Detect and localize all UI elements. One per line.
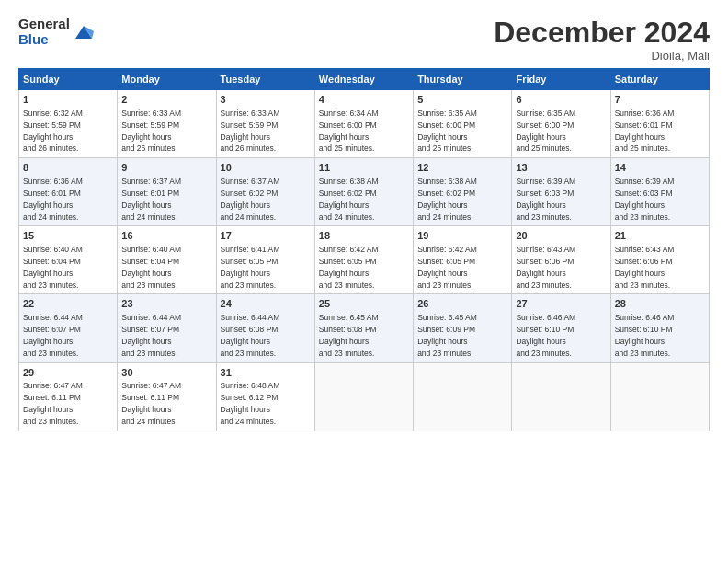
day-number: 27 <box>516 297 606 311</box>
day-number: 13 <box>516 161 606 175</box>
table-row: 30Sunrise: 6:47 AMSunset: 6:11 PMDayligh… <box>118 362 216 431</box>
day-content: Sunrise: 6:43 AMSunset: 6:06 PMDaylight … <box>615 245 675 289</box>
day-content: Sunrise: 6:40 AMSunset: 6:04 PMDaylight … <box>121 245 181 289</box>
day-number: 31 <box>221 366 311 380</box>
table-row: 13Sunrise: 6:39 AMSunset: 6:03 PMDayligh… <box>512 158 610 226</box>
table-row: 9Sunrise: 6:37 AMSunset: 6:01 PMDaylight… <box>118 158 216 226</box>
day-content: Sunrise: 6:36 AMSunset: 6:01 PMDaylight … <box>23 177 83 221</box>
day-content: Sunrise: 6:45 AMSunset: 6:08 PMDaylight … <box>319 313 379 357</box>
day-content: Sunrise: 6:35 AMSunset: 6:00 PMDaylight … <box>516 109 575 153</box>
table-row: 18Sunrise: 6:42 AMSunset: 6:05 PMDayligh… <box>314 226 413 294</box>
day-number: 29 <box>23 366 113 380</box>
col-thursday: Thursday <box>414 69 512 90</box>
table-row <box>610 362 709 431</box>
calendar-table: Sunday Monday Tuesday Wednesday Thursday… <box>18 68 710 431</box>
day-number: 25 <box>319 297 409 311</box>
day-content: Sunrise: 6:45 AMSunset: 6:09 PMDaylight … <box>417 313 477 357</box>
day-number: 12 <box>417 161 507 175</box>
day-number: 5 <box>417 93 507 107</box>
table-row: 11Sunrise: 6:38 AMSunset: 6:02 PMDayligh… <box>314 158 413 226</box>
day-number: 8 <box>23 161 113 175</box>
day-content: Sunrise: 6:37 AMSunset: 6:01 PMDaylight … <box>121 177 181 221</box>
day-number: 30 <box>121 366 211 380</box>
week-row-5: 29Sunrise: 6:47 AMSunset: 6:11 PMDayligh… <box>19 362 710 431</box>
logo-icon <box>74 22 94 42</box>
day-content: Sunrise: 6:42 AMSunset: 6:05 PMDaylight … <box>417 245 477 289</box>
day-content: Sunrise: 6:41 AMSunset: 6:05 PMDaylight … <box>221 245 280 289</box>
table-row: 3Sunrise: 6:33 AMSunset: 5:59 PMDaylight… <box>216 90 314 158</box>
day-number: 18 <box>319 229 409 243</box>
table-row: 4Sunrise: 6:34 AMSunset: 6:00 PMDaylight… <box>314 90 413 158</box>
table-row: 31Sunrise: 6:48 AMSunset: 6:12 PMDayligh… <box>216 362 314 431</box>
table-row: 24Sunrise: 6:44 AMSunset: 6:08 PMDayligh… <box>216 294 314 362</box>
month-title: December 2024 <box>494 17 710 49</box>
day-number: 28 <box>615 297 705 311</box>
day-number: 6 <box>516 93 606 107</box>
day-number: 9 <box>121 161 211 175</box>
day-content: Sunrise: 6:44 AMSunset: 6:07 PMDaylight … <box>121 313 181 357</box>
calendar-page: General Blue December 2024 Dioila, Mali … <box>0 0 728 563</box>
table-row: 5Sunrise: 6:35 AMSunset: 6:00 PMDaylight… <box>414 90 512 158</box>
table-row: 14Sunrise: 6:39 AMSunset: 6:03 PMDayligh… <box>610 158 709 226</box>
table-row: 28Sunrise: 6:46 AMSunset: 6:10 PMDayligh… <box>610 294 709 362</box>
day-number: 1 <box>23 93 113 107</box>
day-content: Sunrise: 6:43 AMSunset: 6:06 PMDaylight … <box>516 245 575 289</box>
day-number: 16 <box>121 229 211 243</box>
day-content: Sunrise: 6:38 AMSunset: 6:02 PMDaylight … <box>417 177 477 221</box>
day-content: Sunrise: 6:34 AMSunset: 6:00 PMDaylight … <box>319 109 379 153</box>
table-row: 22Sunrise: 6:44 AMSunset: 6:07 PMDayligh… <box>19 294 118 362</box>
day-content: Sunrise: 6:44 AMSunset: 6:07 PMDaylight … <box>23 313 83 357</box>
table-row: 26Sunrise: 6:45 AMSunset: 6:09 PMDayligh… <box>414 294 512 362</box>
day-content: Sunrise: 6:35 AMSunset: 6:00 PMDaylight … <box>417 109 477 153</box>
day-content: Sunrise: 6:39 AMSunset: 6:03 PMDaylight … <box>516 177 575 221</box>
day-content: Sunrise: 6:32 AMSunset: 5:59 PMDaylight … <box>23 109 83 153</box>
title-section: December 2024 Dioila, Mali <box>494 17 710 63</box>
day-number: 2 <box>121 93 211 107</box>
table-row: 29Sunrise: 6:47 AMSunset: 6:11 PMDayligh… <box>19 362 118 431</box>
table-row: 15Sunrise: 6:40 AMSunset: 6:04 PMDayligh… <box>19 226 118 294</box>
table-row: 25Sunrise: 6:45 AMSunset: 6:08 PMDayligh… <box>314 294 413 362</box>
table-row: 17Sunrise: 6:41 AMSunset: 6:05 PMDayligh… <box>216 226 314 294</box>
day-number: 14 <box>615 161 705 175</box>
week-row-3: 15Sunrise: 6:40 AMSunset: 6:04 PMDayligh… <box>19 226 710 294</box>
day-content: Sunrise: 6:47 AMSunset: 6:11 PMDaylight … <box>23 381 83 425</box>
table-row: 19Sunrise: 6:42 AMSunset: 6:05 PMDayligh… <box>414 226 512 294</box>
day-content: Sunrise: 6:47 AMSunset: 6:11 PMDaylight … <box>121 381 181 425</box>
day-number: 23 <box>121 297 211 311</box>
day-number: 4 <box>319 93 409 107</box>
week-row-1: 1Sunrise: 6:32 AMSunset: 5:59 PMDaylight… <box>19 90 710 158</box>
day-number: 11 <box>319 161 409 175</box>
day-number: 22 <box>23 297 113 311</box>
table-row: 6Sunrise: 6:35 AMSunset: 6:00 PMDaylight… <box>512 90 610 158</box>
table-row: 2Sunrise: 6:33 AMSunset: 5:59 PMDaylight… <box>118 90 216 158</box>
table-row: 7Sunrise: 6:36 AMSunset: 6:01 PMDaylight… <box>610 90 709 158</box>
day-content: Sunrise: 6:40 AMSunset: 6:04 PMDaylight … <box>23 245 83 289</box>
col-sunday: Sunday <box>19 69 118 90</box>
logo-blue-text: Blue <box>18 32 70 48</box>
logo-general-text: General <box>18 17 70 32</box>
day-content: Sunrise: 6:38 AMSunset: 6:02 PMDaylight … <box>319 177 379 221</box>
col-friday: Friday <box>512 69 610 90</box>
col-wednesday: Wednesday <box>314 69 413 90</box>
table-row: 21Sunrise: 6:43 AMSunset: 6:06 PMDayligh… <box>610 226 709 294</box>
table-row <box>314 362 413 431</box>
day-content: Sunrise: 6:36 AMSunset: 6:01 PMDaylight … <box>615 109 675 153</box>
day-number: 3 <box>221 93 311 107</box>
table-row: 27Sunrise: 6:46 AMSunset: 6:10 PMDayligh… <box>512 294 610 362</box>
table-row: 12Sunrise: 6:38 AMSunset: 6:02 PMDayligh… <box>414 158 512 226</box>
day-content: Sunrise: 6:48 AMSunset: 6:12 PMDaylight … <box>221 381 280 425</box>
day-content: Sunrise: 6:42 AMSunset: 6:05 PMDaylight … <box>319 245 379 289</box>
logo: General Blue <box>18 17 94 47</box>
day-content: Sunrise: 6:39 AMSunset: 6:03 PMDaylight … <box>615 177 675 221</box>
day-number: 10 <box>221 161 311 175</box>
day-content: Sunrise: 6:33 AMSunset: 5:59 PMDaylight … <box>121 109 181 153</box>
table-row: 10Sunrise: 6:37 AMSunset: 6:02 PMDayligh… <box>216 158 314 226</box>
table-row <box>414 362 512 431</box>
day-number: 24 <box>221 297 311 311</box>
header: General Blue December 2024 Dioila, Mali <box>18 17 710 63</box>
table-row <box>512 362 610 431</box>
table-row: 16Sunrise: 6:40 AMSunset: 6:04 PMDayligh… <box>118 226 216 294</box>
week-row-4: 22Sunrise: 6:44 AMSunset: 6:07 PMDayligh… <box>19 294 710 362</box>
day-number: 15 <box>23 229 113 243</box>
location-subtitle: Dioila, Mali <box>494 49 710 63</box>
